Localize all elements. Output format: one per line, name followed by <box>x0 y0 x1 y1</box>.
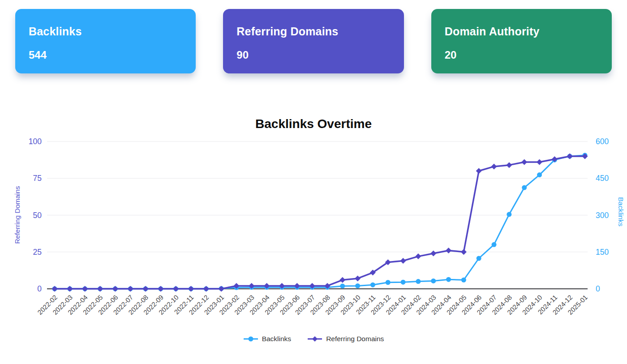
left-axis-title: Referring Domains <box>13 186 21 244</box>
stat-card-backlinks-value: 544 <box>29 49 196 61</box>
stat-card-referring-domains: Referring Domains 90 <box>223 9 404 73</box>
left-axis-tick: 50 <box>33 211 42 220</box>
gridlines <box>47 141 588 289</box>
stat-cards: Backlinks 544 Referring Domains 90 Domai… <box>0 0 627 73</box>
data-point[interactable] <box>507 212 511 217</box>
stat-card-domain-authority: Domain Authority 20 <box>431 9 612 73</box>
data-point[interactable] <box>339 277 345 283</box>
left-axis-tick: 100 <box>29 137 42 146</box>
data-point[interactable] <box>355 275 361 281</box>
right-axis-tick: 450 <box>596 174 609 183</box>
left-axis-tick: 0 <box>37 284 42 293</box>
legend-label: Referring Domains <box>326 335 384 343</box>
stat-card-backlinks-label: Backlinks <box>29 25 196 38</box>
data-point[interactable] <box>173 286 179 292</box>
backlinks-overtime-chart[interactable]: 02550751000150300450600Referring Domains… <box>0 133 627 332</box>
series-referring-domains <box>52 153 588 291</box>
data-point[interactable] <box>128 286 133 292</box>
data-point[interactable] <box>112 286 118 292</box>
legend-label: Backlinks <box>262 335 291 343</box>
right-axis-tick: 600 <box>596 137 609 146</box>
right-axis-tick: 300 <box>596 211 609 220</box>
y-axis-right: 0150300450600 <box>596 137 609 293</box>
data-point[interactable] <box>82 286 88 292</box>
data-point[interactable] <box>446 248 451 253</box>
data-point[interactable] <box>537 159 542 165</box>
data-point[interactable] <box>203 286 209 292</box>
stat-card-referring-domains-value: 90 <box>236 49 404 61</box>
stat-card-domain-authority-value: 20 <box>445 49 612 61</box>
data-point[interactable] <box>477 256 481 261</box>
right-axis-title: Backlinks <box>617 197 625 227</box>
chart-legend: BacklinksReferring Domains <box>0 333 627 345</box>
chart-area: 02550751000150300450600Referring Domains… <box>0 133 627 332</box>
data-point[interactable] <box>340 283 345 288</box>
stat-card-referring-domains-label: Referring Domains <box>236 25 404 38</box>
data-point[interactable] <box>188 286 194 292</box>
data-point[interactable] <box>430 251 436 257</box>
y-axis-left: 0255075100 <box>29 137 42 293</box>
right-axis-tick: 150 <box>596 248 609 257</box>
data-point[interactable] <box>461 249 467 255</box>
right-axis-tick: 0 <box>596 284 600 293</box>
data-point[interactable] <box>52 286 58 292</box>
data-point[interactable] <box>415 253 421 259</box>
data-point[interactable] <box>492 242 497 247</box>
data-point[interactable] <box>416 279 421 284</box>
data-point[interactable] <box>401 280 406 285</box>
left-axis-tick: 25 <box>33 248 42 257</box>
data-point[interactable] <box>386 280 391 285</box>
data-point[interactable] <box>567 153 573 159</box>
data-point[interactable] <box>158 286 163 292</box>
diamond-marker-icon <box>307 335 322 343</box>
data-point[interactable] <box>97 286 103 292</box>
data-point[interactable] <box>506 162 512 168</box>
data-point[interactable] <box>400 258 406 264</box>
circle-marker-icon <box>243 335 258 343</box>
series-line <box>55 155 585 289</box>
chart-title: Backlinks Overtime <box>0 117 627 131</box>
data-point[interactable] <box>355 283 360 288</box>
stat-card-backlinks: Backlinks 544 <box>15 9 196 73</box>
data-point[interactable] <box>142 286 148 292</box>
data-point[interactable] <box>476 168 482 174</box>
series-backlinks <box>52 153 588 291</box>
data-point[interactable] <box>461 278 466 283</box>
legend-item-backlinks[interactable]: Backlinks <box>243 335 291 343</box>
legend-item-referring-domains[interactable]: Referring Domains <box>307 335 384 343</box>
data-point[interactable] <box>521 159 527 165</box>
left-axis-tick: 75 <box>33 174 42 183</box>
data-point[interactable] <box>491 163 497 169</box>
x-axis-labels: 2022-022022-032022-042022-052022-062022-… <box>36 293 589 316</box>
data-point[interactable] <box>446 277 451 282</box>
data-point[interactable] <box>537 172 542 177</box>
data-point[interactable] <box>370 283 375 287</box>
data-point[interactable] <box>431 278 436 283</box>
data-point[interactable] <box>522 185 527 190</box>
data-point[interactable] <box>219 286 224 292</box>
data-point[interactable] <box>67 286 73 292</box>
stat-card-domain-authority-label: Domain Authority <box>445 25 612 38</box>
